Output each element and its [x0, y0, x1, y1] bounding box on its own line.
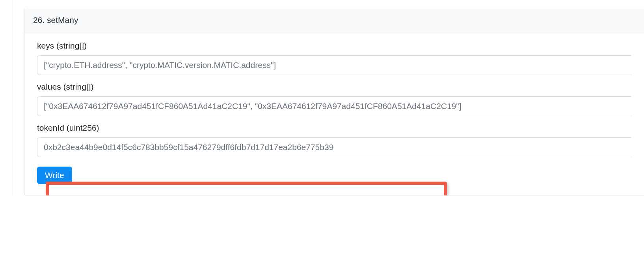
keys-label: keys (string[])	[37, 41, 631, 51]
field-group-keys: keys (string[])	[24, 41, 644, 75]
tokenid-input[interactable]	[37, 137, 631, 157]
highlight-annotation	[46, 182, 447, 195]
values-input[interactable]	[37, 96, 631, 116]
outer-container: 26. setMany keys (string[]) values (stri…	[13, 0, 644, 195]
write-button[interactable]: Write	[37, 167, 72, 184]
field-group-values: values (string[])	[24, 82, 644, 116]
tokenid-label: tokenId (uint256)	[37, 123, 631, 133]
function-panel: 26. setMany keys (string[]) values (stri…	[24, 8, 644, 195]
keys-input[interactable]	[37, 55, 631, 75]
values-label: values (string[])	[37, 82, 631, 92]
field-group-tokenid: tokenId (uint256)	[24, 123, 644, 157]
panel-body: keys (string[]) values (string[]) tokenI…	[24, 32, 644, 195]
panel-header[interactable]: 26. setMany	[24, 8, 644, 32]
